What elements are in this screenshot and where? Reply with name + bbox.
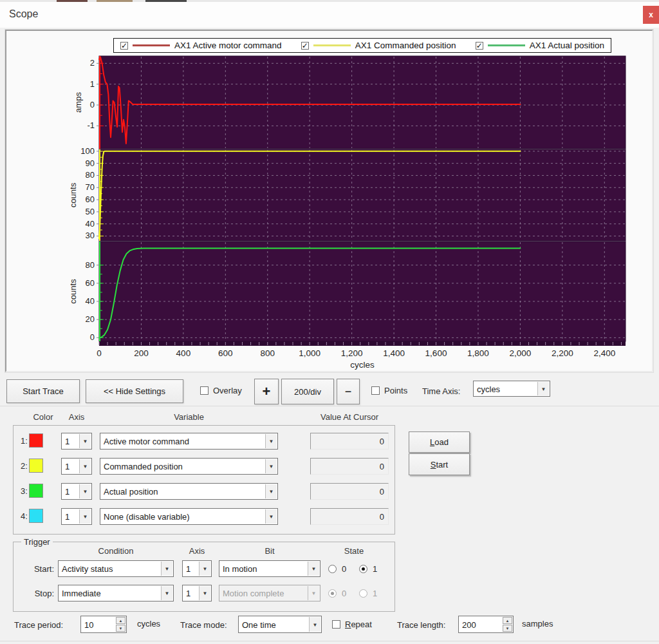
svg-text:40: 40 bbox=[86, 296, 95, 306]
svg-text:-1: -1 bbox=[87, 120, 95, 130]
time-per-div-button[interactable]: 200/div bbox=[281, 379, 334, 404]
zoom-out-button[interactable]: − bbox=[337, 379, 360, 404]
trigger-axis-header: Axis bbox=[183, 546, 211, 556]
axis-select[interactable]: 1 bbox=[61, 508, 92, 525]
trace-row-number: 2: bbox=[21, 461, 28, 471]
load-button[interactable]: Load bbox=[409, 431, 470, 453]
svg-text:20: 20 bbox=[86, 314, 95, 324]
variable-select[interactable]: Active motor command bbox=[100, 433, 278, 450]
trace-mode-label: Trace mode: bbox=[180, 620, 227, 630]
chevron-down-icon bbox=[265, 459, 277, 473]
trigger-stop-label: Stop: bbox=[23, 589, 54, 598]
stop-state-1-label: 1 bbox=[373, 589, 377, 598]
color-swatch[interactable] bbox=[29, 433, 43, 448]
chevron-down-icon bbox=[265, 509, 277, 524]
condition-header: Condition bbox=[77, 546, 154, 556]
plot-panel: AX1 Active motor commandAX1 Commanded po… bbox=[5, 30, 653, 372]
zoom-in-button[interactable]: + bbox=[254, 379, 279, 404]
axis-select[interactable]: 1 bbox=[61, 483, 92, 500]
spin-down-icon[interactable] bbox=[116, 625, 125, 632]
value-at-cursor-field: 0 bbox=[310, 483, 389, 500]
svg-text:800: 800 bbox=[260, 348, 275, 358]
stop-condition-select[interactable]: Immediate bbox=[58, 585, 174, 601]
start-trace-button[interactable]: Start Trace bbox=[6, 379, 80, 403]
svg-text:40: 40 bbox=[86, 219, 95, 229]
start-state-0-radio[interactable] bbox=[328, 565, 337, 573]
axis-column-header: Axis bbox=[62, 412, 91, 422]
trace-row-number: 4: bbox=[21, 511, 28, 521]
spin-up-icon[interactable] bbox=[503, 617, 512, 624]
chevron-down-icon bbox=[308, 562, 319, 576]
legend-trace-checkbox[interactable] bbox=[301, 42, 309, 50]
svg-text:60: 60 bbox=[86, 278, 95, 288]
color-swatch[interactable] bbox=[29, 509, 43, 523]
time-axis-select[interactable]: cycles bbox=[473, 381, 550, 397]
chevron-down-icon bbox=[537, 382, 549, 395]
variable-select[interactable]: None (disable variable) bbox=[100, 508, 278, 525]
hide-settings-button[interactable]: << Hide Settings bbox=[86, 379, 183, 403]
color-swatch[interactable] bbox=[29, 484, 43, 498]
color-column-header: Color bbox=[29, 412, 57, 422]
overlay-checkbox[interactable] bbox=[200, 386, 209, 395]
svg-text:counts: counts bbox=[68, 182, 78, 207]
chevron-down-icon bbox=[79, 459, 91, 473]
chevron-down-icon bbox=[308, 586, 319, 600]
trace-period-label: Trace period: bbox=[14, 620, 63, 630]
scope-window: Scope x AX1 Active motor commandAX1 Comm… bbox=[0, 0, 659, 644]
variable-select[interactable]: Actual position bbox=[100, 483, 278, 500]
spin-up-icon[interactable] bbox=[116, 617, 125, 624]
legend-trace-checkbox[interactable] bbox=[120, 42, 128, 50]
close-button[interactable]: x bbox=[643, 6, 659, 24]
repeat-label: Repeat bbox=[345, 620, 372, 629]
svg-text:70: 70 bbox=[86, 182, 95, 192]
svg-text:100: 100 bbox=[80, 146, 95, 156]
svg-text:0: 0 bbox=[97, 348, 102, 358]
points-label: Points bbox=[384, 386, 407, 395]
close-icon: x bbox=[649, 10, 653, 19]
spin-down-icon[interactable] bbox=[503, 625, 512, 632]
trace-length-label: Trace length: bbox=[397, 620, 445, 630]
trace-row-number: 1: bbox=[21, 436, 28, 446]
svg-text:80: 80 bbox=[86, 260, 95, 270]
svg-text:90: 90 bbox=[86, 158, 95, 168]
trace-row-number: 3: bbox=[21, 486, 28, 496]
legend-trace-checkbox[interactable] bbox=[476, 42, 483, 50]
svg-text:30: 30 bbox=[86, 231, 95, 240]
trace-mode-select[interactable]: One time bbox=[238, 616, 322, 633]
svg-text:0: 0 bbox=[90, 100, 95, 109]
start-axis-select[interactable]: 1 bbox=[182, 560, 212, 577]
stop-state-0-radio bbox=[328, 589, 337, 598]
legend-label: AX1 Actual position bbox=[530, 41, 604, 50]
axis-select[interactable]: 1 bbox=[61, 433, 92, 450]
color-swatch[interactable] bbox=[29, 459, 43, 473]
repeat-checkbox[interactable] bbox=[332, 620, 340, 629]
svg-text:1,600: 1,600 bbox=[425, 348, 447, 358]
variable-select[interactable]: Commanded position bbox=[100, 458, 278, 475]
start-bit-select[interactable]: In motion bbox=[219, 560, 320, 577]
start-state-1-radio[interactable] bbox=[359, 565, 367, 573]
start-state-0-label: 0 bbox=[342, 564, 346, 574]
overlay-label: Overlay bbox=[213, 386, 242, 395]
scope-chart: 210-1amps10090807060504030counts02040608… bbox=[6, 31, 652, 371]
value-at-cursor-field: 0 bbox=[310, 508, 389, 525]
legend-label: AX1 Commanded position bbox=[355, 41, 456, 50]
trigger-start-label: Start: bbox=[23, 564, 54, 574]
stop-axis-select[interactable]: 1 bbox=[182, 585, 212, 601]
time-axis-label: Time Axis: bbox=[422, 386, 460, 396]
axis-select[interactable]: 1 bbox=[61, 458, 92, 475]
start-button[interactable]: Start bbox=[409, 453, 470, 475]
svg-text:2,200: 2,200 bbox=[552, 348, 573, 358]
svg-text:2,400: 2,400 bbox=[593, 348, 615, 358]
stop-bit-select: Motion complete bbox=[219, 585, 320, 601]
chevron-down-icon bbox=[199, 586, 210, 600]
trace-length-input[interactable]: 200 bbox=[458, 616, 514, 633]
points-checkbox[interactable] bbox=[371, 386, 380, 395]
svg-text:cycles: cycles bbox=[350, 360, 375, 370]
start-condition-select[interactable]: Activity status bbox=[58, 560, 174, 577]
chevron-down-icon bbox=[161, 586, 172, 600]
svg-text:0: 0 bbox=[90, 332, 95, 342]
svg-text:2,000: 2,000 bbox=[510, 348, 532, 358]
legend-item: AX1 Actual position bbox=[476, 41, 604, 50]
svg-text:400: 400 bbox=[176, 348, 191, 358]
trace-period-input[interactable]: 10 bbox=[80, 616, 127, 633]
